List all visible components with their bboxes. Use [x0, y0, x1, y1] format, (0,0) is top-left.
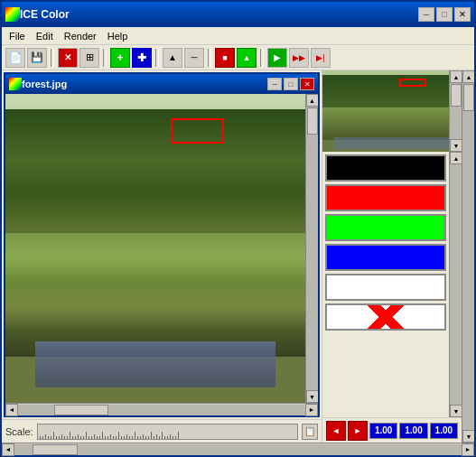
window-controls [418, 7, 471, 22]
right-panel: ▲ ▼ [322, 70, 462, 443]
new-button[interactable]: 📄 [5, 48, 25, 68]
thumb-vscrollbar[interactable]: ▲ ▼ [449, 70, 462, 152]
hscroll-track[interactable] [18, 405, 305, 415]
toolbar-separator-2 [103, 49, 107, 67]
outer-scroll-thumb[interactable] [463, 84, 474, 111]
doc-window-controls [267, 78, 314, 90]
color-b-value[interactable]: 1.00 [430, 423, 458, 439]
menu-edit[interactable]: Edit [31, 29, 59, 43]
thumb-scroll-up[interactable]: ▲ [450, 70, 462, 83]
outer-vscrollbar[interactable]: ▲ ▼ [462, 70, 474, 443]
thumb-scroll-track[interactable] [450, 83, 462, 139]
content-area: forest.jpg [2, 70, 474, 443]
color-r-value[interactable]: 1.00 [369, 423, 397, 439]
play-next-button[interactable]: ▶▶ [289, 48, 309, 68]
scale-icon[interactable]: 📋 [302, 424, 318, 440]
main-window: ICE Color File Edit Render Help 📄 💾 ✕ ⊞ [0, 0, 476, 457]
close-red-button[interactable]: ✕ [58, 48, 78, 68]
skip-end-button[interactable]: ▶| [311, 48, 331, 68]
outer-scroll-down[interactable]: ▼ [462, 430, 474, 443]
doc-title-bar: forest.jpg [5, 74, 318, 94]
swatch-white[interactable] [325, 274, 446, 301]
thumb-ground [322, 107, 462, 140]
add-green-button[interactable]: + [110, 48, 130, 68]
color-g-value[interactable]: 1.00 [399, 423, 427, 439]
save-button[interactable]: 💾 [27, 48, 47, 68]
swatch-vscrollbar[interactable]: ▲ ▼ [449, 152, 462, 417]
ctrl-left-button[interactable]: ◄ [326, 421, 346, 441]
doc-icon [9, 78, 22, 90]
menu-file[interactable]: File [4, 29, 31, 43]
swatch-none[interactable] [325, 303, 446, 331]
doc-restore-button[interactable] [284, 78, 298, 90]
image-area[interactable] [5, 94, 305, 403]
scroll-thumb[interactable] [307, 107, 318, 135]
menu-bar: File Edit Render Help [2, 27, 474, 45]
outer-hscroll-track[interactable] [14, 444, 462, 455]
doc-close-button[interactable] [300, 78, 314, 90]
scale-slider[interactable] [37, 424, 298, 440]
swatches-panel: ▲ ▼ ◄ ► 1.00 1.00 [322, 152, 462, 443]
add-cross-button[interactable]: ✚ [132, 48, 152, 68]
toolbar: 📄 💾 ✕ ⊞ + ✚ ▲ ─ [2, 45, 474, 70]
maximize-button[interactable] [436, 7, 453, 22]
selection-rectangle[interactable] [171, 118, 225, 143]
close-button[interactable] [454, 7, 471, 22]
green-up-button[interactable]: ▲ [237, 48, 257, 68]
bottom-controls: ◄ ► 1.00 1.00 1.00 [322, 417, 462, 443]
toolbar-separator-4 [208, 49, 211, 67]
title-bar: ICE Color [2, 2, 474, 27]
outer-hscroll-right[interactable]: ► [462, 443, 474, 456]
red-square-button[interactable]: ■ [215, 48, 235, 68]
water [35, 341, 275, 387]
swatch-red[interactable] [325, 184, 446, 211]
outer-hscroll-thumb[interactable] [33, 444, 78, 455]
toolbar-separator-5 [260, 49, 264, 67]
swatch-scroll-track[interactable] [450, 164, 462, 405]
menu-help[interactable]: Help [102, 29, 134, 43]
doc-title: forest.jpg [22, 79, 267, 89]
scale-label: Scale: [5, 426, 33, 437]
hscroll-right-arrow[interactable]: ► [305, 404, 318, 416]
ground [5, 233, 305, 357]
thumb-scroll-thumb[interactable] [451, 84, 462, 107]
scroll-track[interactable] [306, 107, 319, 390]
thumbnail-area: ▲ ▼ [322, 70, 462, 152]
play-button[interactable]: ▶ [267, 48, 287, 68]
doc-vscrollbar[interactable]: ▲ ▼ [305, 94, 318, 403]
app-title: ICE Color [20, 8, 418, 21]
outer-hscroll-left[interactable]: ◄ [2, 443, 14, 456]
scroll-up-arrow[interactable]: ▲ [306, 94, 319, 107]
document-window: forest.jpg [4, 72, 320, 417]
hscroll-thumb[interactable] [54, 405, 108, 415]
thumb-water [333, 137, 450, 150]
swatch-list [322, 152, 449, 417]
swatch-scroll-up[interactable]: ▲ [450, 152, 462, 164]
swatch-green[interactable] [325, 214, 446, 241]
swatch-scroll-down[interactable]: ▼ [450, 405, 462, 417]
menu-render[interactable]: Render [59, 29, 102, 43]
minus-button[interactable]: ─ [184, 48, 204, 68]
thumbnail-image [322, 70, 462, 152]
thumb-selection [399, 79, 427, 87]
hscroll-left-arrow[interactable]: ◄ [5, 404, 18, 416]
swatch-black[interactable] [325, 154, 446, 182]
forest-image [5, 94, 305, 403]
toolbar-separator-1 [51, 49, 54, 67]
doc-hscrollbar[interactable]: ◄ ► [5, 403, 318, 415]
doc-minimize-button[interactable] [267, 78, 282, 90]
ctrl-right-button[interactable]: ► [348, 421, 368, 441]
toolbar-separator-3 [155, 49, 159, 67]
up-button[interactable]: ▲ [163, 48, 182, 68]
scale-bar: Scale: [2, 419, 322, 443]
outer-hscrollbar[interactable]: ◄ ► [2, 443, 474, 455]
swatch-container: ▲ ▼ [322, 152, 462, 417]
scroll-down-arrow[interactable]: ▼ [306, 390, 319, 403]
outer-scroll-up[interactable]: ▲ [462, 70, 474, 83]
outer-scroll-track[interactable] [462, 83, 474, 430]
thumb-scroll-down[interactable]: ▼ [450, 139, 462, 152]
grid-button[interactable]: ⊞ [79, 48, 99, 68]
minimize-button[interactable] [418, 7, 434, 22]
app-icon [5, 7, 20, 22]
swatch-blue[interactable] [325, 244, 446, 271]
